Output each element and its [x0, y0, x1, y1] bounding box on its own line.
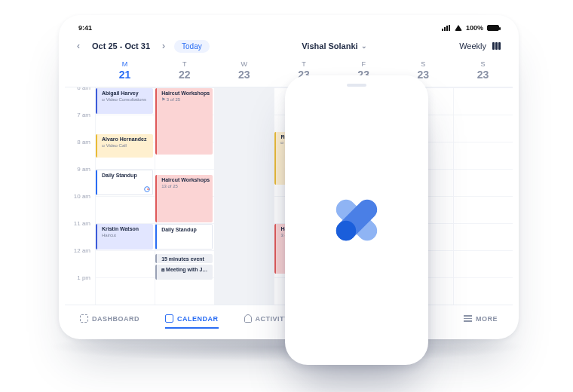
day-of-week-label: T: [155, 60, 214, 68]
tab-more-label: MORE: [476, 315, 498, 323]
phone-screen: [290, 80, 424, 360]
event-title: 15 minutes event: [161, 256, 210, 263]
event-title: Alvaro Hernandez: [102, 136, 150, 143]
event-title: Daily Standup: [102, 173, 149, 179]
day-of-week-label: W: [214, 60, 274, 68]
calendar-event[interactable]: 15 minutes event: [155, 254, 213, 263]
view-mode-label: Weekly: [459, 41, 486, 51]
next-week-button[interactable]: ›: [162, 41, 165, 51]
calendar-event[interactable]: Daily Standup: [155, 224, 213, 250]
event-subtitle: ⚑ 3 of 25: [161, 97, 210, 103]
calendar-event[interactable]: Daily Standup: [96, 170, 153, 195]
day-gridline: [95, 87, 96, 305]
calendar-event[interactable]: Alvaro Hernandez⧈ Video Call: [96, 134, 153, 157]
day-of-week-label: S: [453, 60, 513, 68]
day-number-label: 23: [214, 69, 274, 81]
day-of-week-label: M: [95, 60, 155, 68]
tab-more[interactable]: MORE: [464, 311, 498, 329]
column-view-icon: [492, 42, 501, 50]
tab-calendar[interactable]: CALENDAR: [165, 310, 219, 329]
battery-pct: 100%: [466, 24, 483, 32]
time-label: 11 am: [65, 220, 95, 227]
google-tag-manager-icon: [315, 179, 398, 262]
wifi-icon: [455, 25, 462, 31]
date-nav: ‹ Oct 25 - Oct 31 › Today: [77, 40, 210, 53]
event-title: Kristin Watson: [102, 226, 150, 233]
event-subtitle: ⧈ Video Call: [102, 143, 150, 149]
hamburger-icon: [464, 315, 472, 322]
event-title: Daily Standup: [161, 227, 209, 234]
event-title: Haircut Workshops: [161, 90, 210, 97]
tab-activity-label: ACTIVITY: [256, 315, 290, 323]
date-range-label[interactable]: Oct 25 - Oct 31: [92, 41, 150, 51]
event-title: Haircut Workshops: [161, 177, 210, 184]
day-column-1[interactable]: T22: [155, 57, 214, 87]
calendar-event[interactable]: ⧈ Meeting with Jo…: [155, 265, 213, 280]
dashboard-icon: [80, 314, 88, 323]
event-title: Abigail Harvey: [102, 90, 150, 97]
phone-notch: [326, 80, 387, 91]
time-label: 10 am: [65, 193, 95, 200]
time-label: 6 am: [65, 87, 95, 91]
cellular-signal-icon: [442, 25, 451, 31]
tab-dashboard-label: DASHBOARD: [92, 315, 139, 323]
view-mode-selector[interactable]: Weekly: [459, 41, 501, 51]
calendar-event[interactable]: Kristin WatsonHaircut: [96, 224, 153, 250]
prev-week-button[interactable]: ‹: [77, 41, 80, 51]
status-bar: 9:41 100%: [65, 21, 513, 35]
tab-dashboard[interactable]: DASHBOARD: [80, 310, 139, 329]
day-gridline: [453, 87, 454, 305]
tab-calendar-label: CALENDAR: [177, 315, 219, 323]
google-icon: [144, 186, 150, 192]
today-button[interactable]: Today: [174, 40, 210, 53]
day-number-label: 22: [155, 69, 214, 81]
day-of-week-label: S: [394, 60, 453, 68]
day-of-week-label: T: [274, 60, 333, 68]
time-label: 9 am: [65, 166, 95, 173]
time-label: 12 am: [65, 247, 95, 254]
chevron-down-icon: ⌄: [361, 42, 367, 50]
day-number-label: 21: [95, 69, 155, 81]
time-label: 1 pm: [65, 274, 95, 281]
time-label: 7 am: [65, 112, 95, 118]
status-time: 9:41: [78, 24, 92, 32]
battery-icon: [487, 25, 499, 31]
calendar-header: ‹ Oct 25 - Oct 31 › Today Vishal Solanki…: [65, 35, 513, 57]
day-column-0[interactable]: M21: [95, 57, 155, 87]
calendar-event[interactable]: Haircut Workshops⚑ 3 of 25: [155, 88, 213, 155]
event-subtitle: 13 of 25: [161, 184, 210, 190]
day-header-row: M21T22W23T23F23S23S23: [65, 57, 513, 87]
day-column-6[interactable]: S23: [453, 57, 513, 87]
event-subtitle: Haircut: [102, 233, 150, 239]
calendar-event[interactable]: Haircut Workshops13 of 25: [155, 175, 213, 222]
user-name-label: Vishal Solanki: [302, 41, 357, 51]
bell-icon: [244, 314, 252, 323]
calendar-icon: [165, 314, 173, 323]
event-subtitle: ⧈ Video Consultations: [102, 97, 150, 103]
day-column-2[interactable]: W23: [214, 57, 274, 87]
calendar-event[interactable]: Abigail Harvey⧈ Video Consultations: [96, 88, 153, 114]
time-label: 8 am: [65, 139, 95, 145]
phone-device: [285, 75, 428, 365]
day-off-column: [214, 87, 274, 305]
status-right: 100%: [442, 24, 499, 32]
day-of-week-label: F: [334, 60, 394, 68]
day-number-label: 23: [453, 69, 513, 81]
tab-activity[interactable]: ACTIVITY: [244, 310, 290, 329]
user-selector[interactable]: Vishal Solanki ⌄: [210, 41, 459, 51]
event-title: ⧈ Meeting with Jo…: [161, 267, 210, 274]
